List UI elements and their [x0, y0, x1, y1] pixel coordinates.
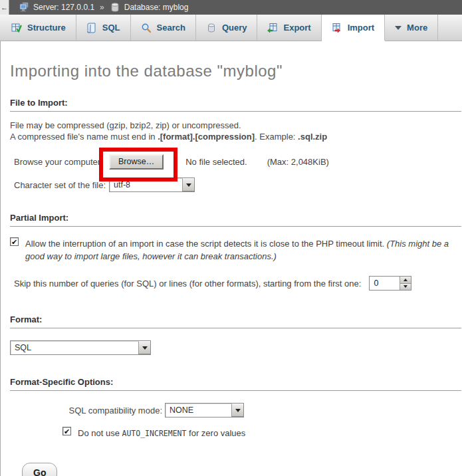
- sql-compat-select[interactable]: NONE: [165, 403, 244, 417]
- compression-line2: A compressed file's name must end in .[f…: [10, 131, 462, 142]
- auto-increment-code: AUTO_INCREMENT: [122, 429, 187, 438]
- tab-label: Import: [348, 23, 374, 33]
- dropdown-button[interactable]: [138, 341, 150, 354]
- tab-label: Structure: [27, 23, 66, 33]
- format-compression-hint: .[format].[compression]: [158, 132, 255, 142]
- allow-interruption-text: Allow the interruption of an import in c…: [25, 237, 457, 263]
- tab-label: SQL: [102, 23, 120, 33]
- zero-values-text: Do not use AUTO_INCREMENT for zero value…: [78, 427, 245, 440]
- database-icon: [110, 2, 120, 13]
- browse-row: Browse your computer: Browse… No file se…: [14, 154, 462, 170]
- tab-import[interactable]: Import: [322, 15, 385, 41]
- zero-values-row: ✔ Do not use AUTO_INCREMENT for zero val…: [62, 427, 462, 440]
- sql-compat-selected-value: NONE: [166, 404, 231, 417]
- page-title: Importing into the database "myblog": [10, 41, 462, 98]
- breadcrumb: Server: 127.0.0.1 » Database: myblog: [9, 0, 188, 15]
- allow-interruption-row: ✔ Allow the interruption of an import in…: [10, 237, 457, 263]
- zero-values-checkbox[interactable]: ✔: [62, 427, 71, 435]
- sql-compat-label: SQL compatibility mode:: [10, 406, 162, 416]
- dropdown-arrow-icon: [186, 183, 191, 187]
- tab-more[interactable]: More: [385, 15, 438, 41]
- compression-line1: File may be compressed (gzip, bzip2, zip…: [10, 120, 462, 131]
- section-heading-file-to-import: File to Import:: [10, 98, 461, 112]
- spinner-down-button[interactable]: [400, 284, 411, 291]
- search-icon: [141, 23, 152, 33]
- format-row: SQL: [10, 340, 462, 355]
- dropdown-button[interactable]: [231, 404, 243, 417]
- server-icon: [19, 2, 29, 13]
- max-size-text: (Max: 2,048KiB): [267, 157, 329, 167]
- back-arrow-icon: ←: [1, 3, 8, 11]
- breadcrumb-database[interactable]: Database: myblog: [124, 3, 189, 12]
- go-button[interactable]: Go: [22, 463, 57, 476]
- format-select[interactable]: SQL: [10, 340, 151, 355]
- tab-label: Query: [222, 23, 247, 33]
- collapse-nav-button[interactable]: ←: [0, 0, 9, 15]
- skip-queries-row: Skip this number of queries (for SQL) or…: [10, 276, 462, 291]
- tab-export[interactable]: Export: [257, 15, 321, 41]
- tab-structure[interactable]: Structure: [1, 15, 76, 41]
- arrow-up-icon: [404, 279, 407, 281]
- tab-label: Export: [283, 23, 310, 33]
- sql-compat-row: SQL compatibility mode: NONE: [10, 403, 462, 417]
- query-icon: [206, 23, 217, 33]
- breadcrumb-bar: ← Server: 127.0.0.1 » Database: myblog: [0, 0, 462, 15]
- browse-label: Browse your computer:: [14, 157, 109, 167]
- example-extension: .sql.zip: [298, 132, 327, 142]
- charset-select[interactable]: utf-8: [109, 178, 195, 192]
- compression-info: File may be compressed (gzip, bzip2, zip…: [10, 120, 462, 142]
- main-content: Importing into the database "myblog" Fil…: [0, 41, 462, 476]
- breadcrumb-separator: »: [98, 3, 106, 12]
- spinner-buttons: [400, 277, 411, 290]
- import-icon: [332, 23, 342, 33]
- tab-label: More: [407, 23, 427, 33]
- section-heading-partial-import: Partial Import:: [10, 213, 461, 227]
- charset-row: Character set of the file: utf-8: [14, 178, 462, 192]
- export-icon: [267, 23, 278, 33]
- breadcrumb-server[interactable]: Server: 127.0.0.1: [33, 3, 94, 12]
- dropdown-arrow-icon: [142, 346, 148, 350]
- tab-label: Search: [157, 23, 185, 33]
- charset-selected-value: utf-8: [110, 178, 182, 191]
- section-heading-format-options: Format-Specific Options:: [10, 377, 461, 391]
- skip-queries-label: Skip this number of queries (for SQL) or…: [14, 279, 361, 289]
- dropdown-arrow-icon: [235, 409, 241, 412]
- tab-query[interactable]: Query: [196, 15, 258, 41]
- tab-sql[interactable]: SQL: [76, 15, 131, 41]
- spinner-up-button[interactable]: [400, 277, 411, 284]
- structure-icon: [11, 23, 22, 33]
- skip-queries-value: 0: [370, 277, 400, 290]
- chevron-down-icon: [395, 26, 402, 30]
- sql-icon: [86, 23, 97, 33]
- no-file-text: No file selected.: [185, 157, 247, 167]
- tab-search[interactable]: Search: [131, 15, 196, 41]
- dropdown-button[interactable]: [182, 178, 194, 191]
- skip-queries-input[interactable]: 0: [369, 276, 411, 291]
- tab-bar: Structure SQL Search Query Export: [0, 15, 462, 41]
- browse-button[interactable]: Browse…: [109, 154, 164, 170]
- section-heading-format: Format:: [10, 314, 461, 328]
- charset-label: Character set of the file:: [14, 180, 109, 190]
- format-selected-value: SQL: [11, 341, 138, 354]
- allow-interruption-checkbox[interactable]: ✔: [10, 237, 19, 246]
- arrow-down-icon: [404, 285, 407, 288]
